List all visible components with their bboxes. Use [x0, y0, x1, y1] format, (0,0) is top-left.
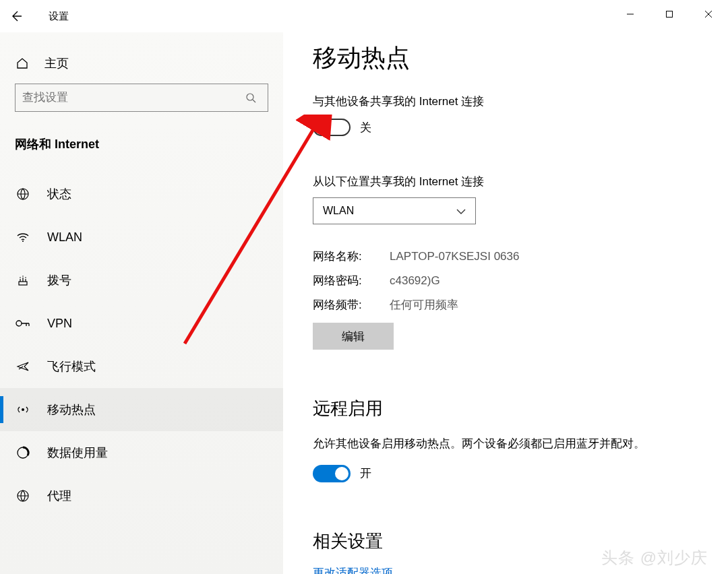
- minimize-button[interactable]: [611, 0, 650, 28]
- svg-line-3: [253, 100, 255, 102]
- sidebar-item-label: 拨号: [47, 272, 71, 288]
- sidebar-item-data-usage[interactable]: 数据使用量: [0, 431, 283, 474]
- sidebar-item-label: VPN: [47, 317, 72, 331]
- sidebar-item-status[interactable]: 状态: [0, 172, 283, 216]
- sidebar-item-vpn[interactable]: VPN: [0, 302, 283, 345]
- chevron-down-icon: [456, 205, 466, 216]
- watermark: 头条 @刘少庆: [601, 547, 708, 569]
- sidebar-item-label: WLAN: [47, 230, 82, 245]
- sidebar-item-airplane[interactable]: 飞行模式: [0, 345, 283, 388]
- remote-toggle[interactable]: [313, 465, 351, 482]
- maximize-button[interactable]: [650, 0, 689, 28]
- home-label: 主页: [44, 55, 69, 71]
- network-band-value: 任何可用频率: [390, 293, 458, 317]
- sidebar-item-wlan[interactable]: WLAN: [0, 216, 283, 259]
- svg-rect-6: [19, 282, 27, 285]
- network-name-key: 网络名称:: [313, 245, 390, 269]
- page-title: 移动热点: [313, 42, 715, 75]
- network-password-key: 网络密码:: [313, 269, 390, 293]
- share-from-label: 从以下位置共享我的 Internet 连接: [313, 174, 715, 189]
- sidebar-item-hotspot[interactable]: 移动热点: [0, 388, 283, 431]
- network-name-value: LAPTOP-07KSEJSI 0636: [390, 245, 519, 269]
- search-icon: [241, 88, 261, 108]
- svg-point-7: [20, 277, 21, 278]
- data-usage-icon: [15, 445, 31, 461]
- share-connection-label: 与其他设备共享我的 Internet 连接: [313, 94, 715, 109]
- remote-description: 允许其他设备启用移动热点。两个设备必须都已启用蓝牙并配对。: [313, 435, 715, 453]
- share-toggle[interactable]: [313, 119, 351, 136]
- svg-point-9: [25, 277, 26, 278]
- vpn-icon: [15, 315, 31, 331]
- svg-point-10: [16, 321, 22, 326]
- sidebar-item-label: 数据使用量: [47, 445, 108, 461]
- hotspot-icon: [15, 402, 31, 418]
- sidebar-item-label: 移动热点: [47, 402, 96, 418]
- network-info: 网络名称:LAPTOP-07KSEJSI 0636 网络密码:c43692)G …: [313, 245, 715, 317]
- sidebar-item-proxy[interactable]: 代理: [0, 474, 283, 517]
- home-link[interactable]: 主页: [15, 44, 283, 82]
- home-icon: [15, 56, 30, 71]
- sidebar-item-label: 代理: [47, 488, 71, 504]
- remote-toggle-state: 开: [360, 466, 371, 481]
- sidebar-item-label: 飞行模式: [47, 358, 96, 375]
- share-from-dropdown[interactable]: WLAN: [313, 197, 476, 224]
- sidebar-item-dialup[interactable]: 拨号: [0, 259, 283, 302]
- category-heading: 网络和 Internet: [15, 136, 283, 152]
- search-input[interactable]: [22, 91, 241, 104]
- network-password-value: c43692)G: [390, 269, 440, 293]
- proxy-icon: [15, 488, 31, 504]
- main-content: 移动热点 与其他设备共享我的 Internet 连接 关 从以下位置共享我的 I…: [313, 42, 715, 574]
- share-toggle-state: 关: [360, 120, 371, 135]
- svg-point-2: [247, 94, 253, 100]
- app-title: 设置: [49, 10, 69, 23]
- globe-icon: [15, 186, 31, 202]
- airplane-icon: [15, 358, 31, 375]
- close-button[interactable]: [689, 0, 728, 28]
- edit-button[interactable]: 编辑: [313, 323, 394, 350]
- nav-list: 状态 WLAN 拨号 VPN 飞行模式 移动热点 数据使用量 代理: [0, 172, 283, 517]
- sidebar: 主页 网络和 Internet 状态 WLAN 拨号 VPN 飞行模式: [0, 32, 283, 574]
- svg-point-5: [22, 241, 24, 242]
- title-bar: 设置: [0, 0, 728, 32]
- wifi-icon: [15, 229, 31, 245]
- svg-rect-1: [667, 11, 673, 18]
- remote-heading: 远程启用: [313, 397, 715, 420]
- svg-point-8: [22, 276, 24, 277]
- dialup-icon: [15, 272, 31, 288]
- arrow-left-icon: [9, 9, 23, 23]
- network-band-key: 网络频带:: [313, 293, 390, 317]
- back-button[interactable]: [0, 0, 32, 32]
- window-controls: [611, 0, 728, 28]
- search-box[interactable]: [15, 84, 268, 112]
- svg-point-11: [22, 408, 24, 411]
- sidebar-item-label: 状态: [47, 186, 71, 202]
- share-from-value: WLAN: [323, 205, 354, 217]
